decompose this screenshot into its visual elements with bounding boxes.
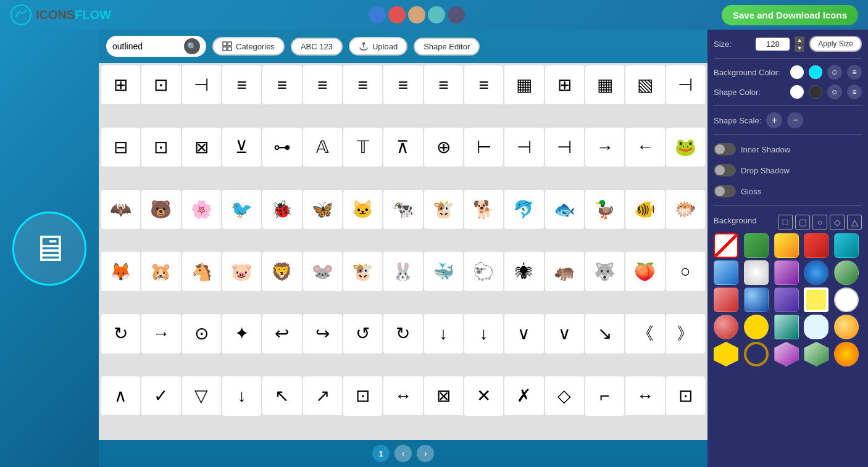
bg-shape-rounded[interactable]: ▢ bbox=[795, 215, 810, 229]
bg-shape-diamond[interactable]: ◇ bbox=[830, 215, 845, 229]
icon-cell[interactable]: ⊡ bbox=[141, 128, 180, 167]
bg-swatch-red-ball[interactable] bbox=[714, 315, 738, 339]
bg-swatch-mint[interactable] bbox=[774, 315, 799, 339]
icon-cell[interactable]: ≡ bbox=[222, 65, 261, 104]
color-swatch-peach[interactable] bbox=[408, 6, 425, 23]
bg-swatch-green[interactable] bbox=[744, 233, 769, 258]
bg-shape-triangle[interactable]: △ bbox=[847, 215, 862, 229]
bg-swatch-gold[interactable] bbox=[834, 315, 859, 339]
bg-swatch-sun[interactable] bbox=[744, 315, 769, 339]
next-page-button[interactable]: › bbox=[417, 445, 434, 462]
icon-cell[interactable]: 🐟 bbox=[545, 190, 584, 229]
search-input[interactable] bbox=[112, 41, 180, 51]
bg-swatch-lime[interactable] bbox=[834, 260, 859, 285]
apply-size-button[interactable]: Apply Size bbox=[809, 36, 862, 52]
icon-cell[interactable]: 🕷 bbox=[504, 252, 543, 291]
icon-cell[interactable]: 🐳 bbox=[424, 252, 463, 291]
icon-cell[interactable]: ⊻ bbox=[222, 128, 261, 167]
icon-cell[interactable]: ↺ bbox=[343, 314, 382, 353]
icon-cell[interactable]: ⊶ bbox=[262, 128, 301, 167]
icon-cell[interactable]: 🦆 bbox=[585, 190, 624, 229]
icon-cell[interactable]: 🦋 bbox=[303, 190, 342, 229]
icon-cell[interactable]: 🐞 bbox=[262, 190, 301, 229]
bg-swatch-ring[interactable] bbox=[744, 342, 769, 366]
icon-cell[interactable]: ✕ bbox=[464, 376, 503, 415]
icon-cell[interactable]: ↔ bbox=[625, 376, 664, 415]
categories-button[interactable]: Categories bbox=[212, 37, 285, 56]
color-swatch-blue[interactable] bbox=[369, 6, 386, 23]
icon-cell[interactable]: ↻ bbox=[383, 314, 422, 353]
icon-cell[interactable]: 🐱 bbox=[343, 190, 382, 229]
icon-cell[interactable]: ⊠ bbox=[424, 376, 463, 415]
icon-cell[interactable]: 🐄 bbox=[383, 190, 422, 229]
color-swatch-dark[interactable] bbox=[448, 6, 465, 23]
bg-shape-square[interactable]: □ bbox=[778, 215, 793, 229]
bg-swatch-lavender[interactable] bbox=[774, 260, 799, 285]
icon-cell[interactable]: ▦ bbox=[504, 65, 543, 104]
icon-cell[interactable]: ⊡ bbox=[666, 376, 705, 415]
icon-cell[interactable]: ▧ bbox=[625, 65, 664, 104]
icon-cell[interactable]: ≡ bbox=[464, 65, 503, 104]
bg-swatch-pink[interactable] bbox=[714, 287, 738, 312]
icon-cell[interactable]: 𝔸 bbox=[303, 128, 342, 167]
icon-cell[interactable]: 🌸 bbox=[182, 190, 221, 229]
icon-cell[interactable]: 🦊 bbox=[101, 252, 140, 291]
icon-cell[interactable]: ○ bbox=[666, 252, 705, 291]
color-swatch-teal[interactable] bbox=[428, 6, 445, 23]
bg-color-white[interactable] bbox=[790, 65, 804, 79]
shape-editor-button[interactable]: Shape Editor bbox=[414, 38, 480, 56]
inner-shadow-toggle[interactable] bbox=[714, 143, 736, 155]
icon-cell[interactable]: ↖ bbox=[262, 376, 301, 415]
icon-cell[interactable]: 🐦 bbox=[222, 190, 261, 229]
bg-shape-circle[interactable]: ○ bbox=[812, 215, 827, 229]
icon-cell[interactable]: ⊣ bbox=[504, 128, 543, 167]
bg-swatch-yellow[interactable] bbox=[774, 233, 799, 258]
icon-cell[interactable]: ⊣ bbox=[666, 65, 705, 104]
icon-cell[interactable]: ∧ bbox=[101, 376, 140, 415]
icon-cell[interactable]: ✦ bbox=[222, 314, 261, 353]
icon-cell[interactable]: ↓ bbox=[424, 314, 463, 353]
shape-color-white[interactable] bbox=[790, 85, 804, 99]
icon-cell[interactable]: ⊡ bbox=[141, 65, 180, 104]
icon-cell[interactable]: 🐰 bbox=[383, 252, 422, 291]
icon-cell[interactable]: 🐮 bbox=[424, 190, 463, 229]
icon-cell[interactable]: 🦇 bbox=[101, 190, 140, 229]
icon-cell[interactable]: ↓ bbox=[464, 314, 503, 353]
upload-button[interactable]: Upload bbox=[349, 37, 407, 56]
bg-swatch-red[interactable] bbox=[804, 233, 828, 258]
abc-button[interactable]: ABC 123 bbox=[291, 38, 343, 56]
bg-swatch-hexagon[interactable] bbox=[714, 342, 738, 366]
icon-cell[interactable]: ≡ bbox=[343, 65, 382, 104]
icon-cell[interactable]: ≡ bbox=[383, 65, 422, 104]
icon-cell[interactable]: ≡ bbox=[303, 65, 342, 104]
icon-cell[interactable]: ⊞ bbox=[545, 65, 584, 104]
bg-swatch-cloud[interactable] bbox=[804, 315, 828, 339]
icon-cell[interactable]: ↩ bbox=[262, 314, 301, 353]
color-swatch-red[interactable] bbox=[388, 6, 406, 23]
icon-cell[interactable]: ⊣ bbox=[545, 128, 584, 167]
shape-color-more-button[interactable]: ≡ bbox=[847, 85, 862, 99]
bg-color-pick-button[interactable]: ☺ bbox=[827, 65, 842, 80]
shape-color-dark[interactable] bbox=[809, 85, 822, 99]
gloss-toggle[interactable] bbox=[714, 185, 736, 197]
icon-cell[interactable]: ▦ bbox=[585, 65, 624, 104]
bg-swatch-white-circle[interactable] bbox=[834, 287, 859, 312]
bg-swatch-purple[interactable] bbox=[774, 287, 799, 312]
icon-cell[interactable]: 🐹 bbox=[141, 252, 180, 291]
size-up-button[interactable]: ▲ bbox=[795, 36, 804, 44]
icon-cell[interactable]: ≡ bbox=[424, 65, 463, 104]
shape-color-pick-button[interactable]: ☺ bbox=[827, 85, 842, 99]
icon-cell[interactable]: ⌐ bbox=[585, 376, 624, 415]
bg-swatch-blue-circle[interactable] bbox=[804, 260, 828, 285]
icon-cell[interactable]: ∨ bbox=[504, 314, 543, 353]
icon-cell[interactable]: ↻ bbox=[101, 314, 140, 353]
search-button[interactable]: 🔍 bbox=[184, 38, 200, 54]
icon-cell[interactable]: 🦛 bbox=[545, 252, 584, 291]
bg-color-more-button[interactable]: ≡ bbox=[847, 65, 862, 80]
icon-cell[interactable]: 🐴 bbox=[182, 252, 221, 291]
icon-cell[interactable]: ↘ bbox=[585, 314, 624, 353]
icon-cell[interactable]: ↗ bbox=[303, 376, 342, 415]
icon-cell[interactable]: 《 bbox=[625, 314, 664, 353]
icon-cell[interactable]: ⊡ bbox=[343, 376, 382, 415]
icon-cell[interactable]: ↪ bbox=[303, 314, 342, 353]
